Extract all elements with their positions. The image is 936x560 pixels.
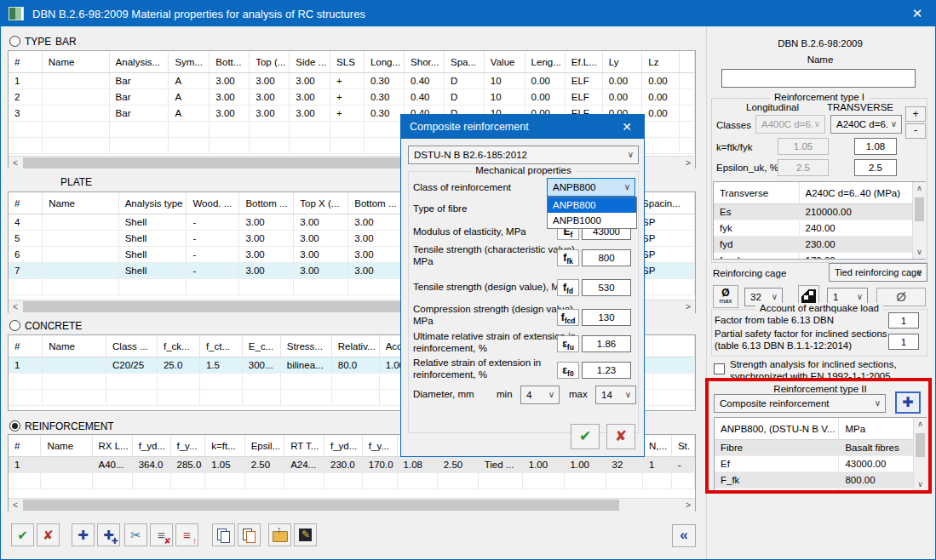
column-header[interactable]: Value [484,51,525,73]
table-row[interactable]: Es210000.00 [714,204,913,220]
column-header[interactable]: RT T... [284,435,324,457]
reinforcement-table-hscrollbar[interactable] [9,498,695,511]
column-header[interactable]: f_ct... [199,335,242,357]
column-header[interactable]: ANPB800, (DSTU-N B V... [715,418,839,440]
paste-button[interactable] [238,523,261,546]
tensile-char-input[interactable]: 800 [582,249,631,266]
inclined-sections-checkbox[interactable] [714,363,725,374]
column-header[interactable]: f_ck... [157,335,199,357]
column-header[interactable]: Leng... [525,51,565,73]
import-button[interactable] [268,523,291,546]
dialog-close-icon[interactable]: ✕ [610,120,644,134]
column-header[interactable]: Ef.L... [565,51,602,73]
composite-table-vscrollbar[interactable] [913,418,927,491]
save-button[interactable] [294,523,317,546]
column-header[interactable]: Transverse [714,182,799,204]
factor-input[interactable]: 1 [888,312,919,329]
composite-properties-table[interactable]: ANPB800, (DSTU-N B V...MPaFibreBasalt fi… [714,417,927,492]
scroll-up-icon[interactable] [914,418,927,431]
cancel-button[interactable]: ✘ [37,523,60,546]
column-header[interactable]: Side ... [290,51,330,73]
tensile-design-input[interactable]: 530 [582,279,631,296]
compression-input[interactable]: 130 [582,309,631,326]
column-header[interactable]: f_y... [362,435,397,457]
copy-button[interactable] [212,523,235,546]
scroll-thumb[interactable] [915,197,924,221]
column-header[interactable]: Bott... [210,51,250,73]
radio-reinforcement[interactable] [9,420,20,431]
column-header[interactable]: A240C d=6..40 (MPa) [799,182,913,204]
column-header[interactable]: # [9,335,43,357]
scroll-left-icon[interactable] [9,300,22,313]
reinforcing-cage-select[interactable]: Tied reinforcing cage [829,263,927,282]
ultimate-strain-input[interactable]: 1.86 [582,335,631,352]
move-row-button[interactable]: ≡↑ [175,523,198,546]
column-header[interactable]: f_yd... [132,435,170,457]
column-header[interactable]: SLS [330,51,365,73]
dropdown-option[interactable]: ANPB800 [548,197,636,213]
column-header[interactable]: # [9,435,41,457]
scroll-right-icon[interactable] [681,499,695,511]
column-header[interactable]: Spa... [445,51,485,73]
column-header[interactable]: Wood. ... [187,192,239,214]
column-header[interactable]: Lz [642,51,680,73]
scroll-up-icon[interactable] [913,182,926,195]
column-header[interactable]: k=ft... [205,435,244,457]
column-header[interactable]: f_y... [170,435,205,457]
column-header[interactable]: Name [42,51,109,73]
dialog-cancel-button[interactable]: ✘ [606,424,635,449]
column-header[interactable]: N,... [643,435,672,457]
table-row[interactable]: 1BarA3.003.003.00+0.300.40D100.00ELF0.00… [9,73,695,89]
apply-button[interactable]: ✔ [11,523,34,546]
delete-rows-button[interactable]: ≡✘ [150,523,173,546]
column-header[interactable]: Relativ... [331,335,379,357]
column-header[interactable] [680,51,695,73]
column-header[interactable]: Analysis... [109,51,169,73]
column-header[interactable]: # [9,192,43,214]
scroll-left-icon[interactable] [9,157,22,169]
table-row[interactable]: F_fk800.00 [715,472,924,489]
column-header[interactable]: St. [671,435,694,457]
epsilon-longitudinal-input[interactable]: 2.5 [778,159,829,176]
dropdown-option[interactable]: ANPB1000 [548,213,636,228]
column-header[interactable]: Top (... [250,51,290,73]
transverse-properties-table[interactable]: TransverseA240C d=6..40 (MPa)Es210000.00… [713,181,926,260]
table-row[interactable]: Ef43000.00 [715,456,924,472]
scroll-left-icon[interactable] [9,499,22,511]
cut-button[interactable]: ✂ [124,523,147,546]
column-header[interactable]: Name [43,192,118,214]
k-longitudinal-input[interactable]: 1.05 [778,138,829,155]
radio-concrete[interactable] [9,320,20,331]
scroll-right-icon[interactable] [681,157,695,169]
longitudinal-class-select[interactable]: A400C d=6. [755,115,825,134]
max-diameter-select[interactable]: 14 [595,386,636,404]
table-row[interactable]: 1A40...364.0285.01.052.50A24...230.0170.… [9,457,695,473]
add-row-button[interactable]: ✚ [72,523,95,546]
column-header[interactable]: Bottom ... [348,192,403,214]
transverse-table-vscrollbar[interactable] [912,182,927,259]
scroll-down-icon[interactable] [914,478,927,491]
column-header[interactable]: Long... [364,51,404,73]
add-multiple-button[interactable]: ✚✚ [97,523,120,546]
remove-class-button[interactable]: - [905,123,926,139]
name-input[interactable] [721,69,916,88]
partial-factor-input[interactable]: 1 [888,334,919,350]
add-composite-button[interactable]: ✚ [895,391,921,414]
scroll-thumb[interactable] [23,500,619,511]
table-row[interactable]: fyk240.00 [714,220,913,237]
relative-strain-input[interactable]: 1.23 [582,362,631,379]
column-header[interactable]: # [9,51,42,73]
table-row[interactable]: 2BarA3.003.003.00+0.300.40D100.00ELF0.00… [9,89,695,106]
column-header[interactable]: Sym... [169,51,210,73]
radio-type[interactable] [9,36,20,47]
column-header[interactable]: Shor... [405,51,445,73]
dialog-ok-button[interactable]: ✔ [571,424,600,449]
column-header[interactable]: Stress... [280,335,331,357]
column-header[interactable]: Bottom ... [239,192,294,214]
column-header[interactable]: Class ... [106,335,158,357]
column-header[interactable]: f_yd... [324,435,362,457]
column-header[interactable]: Epsil... [244,435,284,457]
scroll-right-icon[interactable] [681,300,695,313]
table-row[interactable]: fywd170.00 [714,253,913,260]
column-header[interactable]: Name [41,435,92,457]
